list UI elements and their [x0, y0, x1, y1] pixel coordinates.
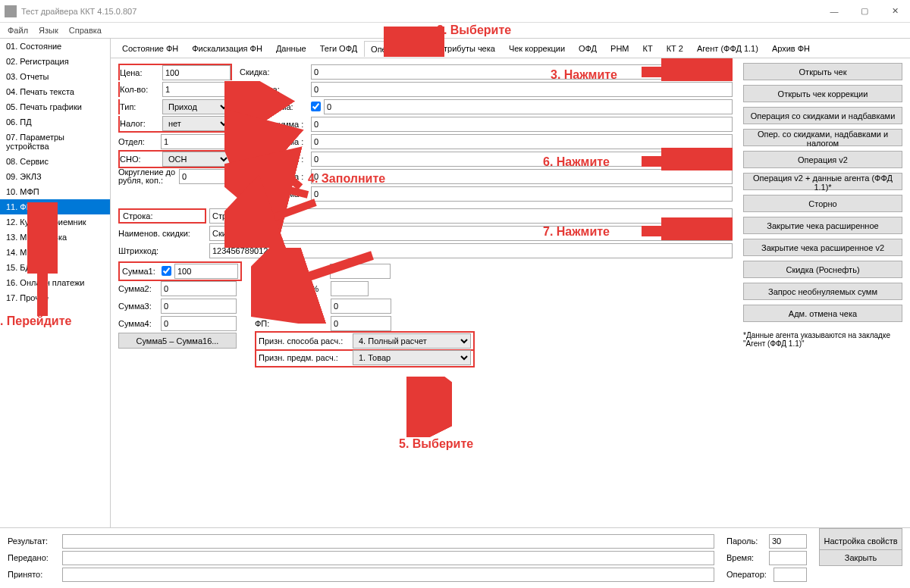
- string-input[interactable]: [209, 208, 733, 224]
- sidebar-item-08[interactable]: 08. Сервис: [0, 154, 110, 169]
- rosneft-discount-button[interactable]: Скидка (Роснефть): [743, 261, 902, 278]
- tab-kt[interactable]: КТ: [636, 40, 660, 56]
- titlebar: Тест драйвера ККТ 4.15.0.807 — ▢ ✕: [0, 0, 910, 23]
- pass-label: Пароль:: [726, 536, 764, 546]
- close-window-button[interactable]: ✕: [880, 0, 910, 23]
- sidebar-item-15[interactable]: 15. БД чеков: [0, 260, 110, 275]
- sidebar-item-17[interactable]: 17. Прочее: [0, 290, 110, 305]
- type-select[interactable]: Приход: [162, 99, 231, 114]
- discount-label: Скидка:: [240, 67, 311, 77]
- menu-help[interactable]: Справка: [69, 26, 102, 35]
- surcharge-input[interactable]: [311, 82, 733, 97]
- tab-operations-fn[interactable]: Операции ФН: [364, 41, 431, 57]
- close-check-ext-button[interactable]: Закрытие чека расширенное: [743, 217, 902, 234]
- taxsum-check[interactable]: [311, 102, 321, 111]
- tab-rnm[interactable]: РНМ: [604, 40, 635, 56]
- round-input[interactable]: [179, 169, 229, 184]
- nonzero-sums-button[interactable]: Запрос необнуляемых сумм: [743, 283, 902, 300]
- sidebar-item-12[interactable]: 12. Купюроприемник: [0, 214, 110, 230]
- tax6-input[interactable]: [311, 186, 733, 202]
- pass-input[interactable]: [769, 534, 807, 549]
- sidebar-item-16[interactable]: 16. Онлайн платежи: [0, 275, 110, 290]
- tax2-input[interactable]: [311, 117, 733, 132]
- operation-v2-agent-button[interactable]: Операция v2 + данные агента (ФФД 1.1)*: [743, 173, 902, 190]
- tax4-input[interactable]: [311, 152, 733, 167]
- op-disc-surch-tax-button[interactable]: Опер. со скидками, надбавками и налогом: [743, 129, 902, 146]
- tab-ofd-tags[interactable]: Теги ОФД: [313, 40, 364, 56]
- barcode-input[interactable]: [209, 243, 733, 258]
- sidebar-item-10[interactable]: 10. МФП: [0, 184, 110, 199]
- sidebar-item-01[interactable]: 01. Состояние: [0, 39, 110, 54]
- minimize-button[interactable]: —: [819, 0, 849, 23]
- change-label: Сдача:: [254, 267, 330, 276]
- tax5-input[interactable]: [311, 169, 733, 184]
- change-input[interactable]: [330, 264, 391, 279]
- sidebar-item-07[interactable]: 07. Параметры устройства: [0, 130, 110, 154]
- sidebar-item-14[interactable]: 14. Модем: [0, 245, 110, 260]
- operation-v2-button[interactable]: Операция v2: [743, 151, 902, 168]
- tab-attributes[interactable]: Атрибуты чека: [431, 40, 502, 56]
- dept-label: Отдел:: [118, 137, 161, 146]
- result-input[interactable]: [62, 534, 714, 549]
- string-label: Строка:: [118, 208, 206, 224]
- sidebar-item-13[interactable]: 13. Маркировка: [0, 230, 110, 245]
- tab-archive[interactable]: Архив ФН: [765, 40, 817, 56]
- close-check-ext-v2-button[interactable]: Закрытие чека расширенное v2: [743, 239, 902, 256]
- paymethod-select[interactable]: 4. Полный расчет: [353, 333, 471, 349]
- sidebar-item-06[interactable]: 06. ПД: [0, 114, 110, 130]
- sidebar-item-02[interactable]: 02. Регистрация: [0, 54, 110, 69]
- dept-input[interactable]: [161, 134, 229, 149]
- tab-data[interactable]: Данные: [269, 40, 313, 56]
- sum3-label: Сумма3:: [118, 302, 161, 311]
- checkdisc-input[interactable]: [331, 281, 369, 296]
- svg-line-8: [414, 384, 437, 430]
- storno-button[interactable]: Сторно: [743, 195, 902, 212]
- taxsum-input[interactable]: [324, 99, 733, 114]
- tab-fiscal-fn[interactable]: Фискализация ФН: [185, 40, 269, 56]
- sum4-label: Сумма4:: [118, 319, 161, 328]
- open-check-button[interactable]: Открыть чек: [743, 63, 902, 80]
- fd-input[interactable]: [331, 299, 391, 314]
- close-button[interactable]: Закрыть: [819, 549, 902, 566]
- menu-file[interactable]: Файл: [8, 26, 28, 35]
- sum1-check[interactable]: [162, 266, 171, 276]
- sum4-input[interactable]: [161, 316, 237, 331]
- open-correction-button[interactable]: Открыть чек коррекции: [743, 85, 902, 102]
- tax-select[interactable]: нет: [162, 116, 231, 131]
- sidebar-item-03[interactable]: 03. Отчеты: [0, 69, 110, 84]
- tax3-input[interactable]: [311, 134, 733, 149]
- sum3-input[interactable]: [161, 299, 237, 314]
- maximize-button[interactable]: ▢: [849, 0, 880, 23]
- oper-label: Оператор:: [726, 570, 769, 579]
- price-label: Цена:: [120, 68, 162, 77]
- tab-agent[interactable]: Агент (ФФД 1.1): [690, 40, 765, 56]
- discount-input[interactable]: [311, 64, 733, 80]
- sum1-input[interactable]: [174, 264, 238, 279]
- sno-select[interactable]: ОСН: [162, 152, 231, 167]
- fp-input[interactable]: [331, 316, 391, 331]
- discname-input[interactable]: [209, 226, 733, 241]
- sidebar-item-05[interactable]: 05. Печать графики: [0, 99, 110, 114]
- op-disc-surch-button[interactable]: Операция со скидками и надбавками: [743, 107, 902, 124]
- menu-lang[interactable]: Язык: [39, 26, 58, 35]
- admin-cancel-button[interactable]: Адм. отмена чека: [743, 305, 902, 322]
- sidebar-item-11[interactable]: 11. ФН: [0, 199, 110, 214]
- sidebar-item-04[interactable]: 04. Печать текста: [0, 84, 110, 99]
- tab-correction[interactable]: Чек коррекции: [502, 40, 572, 56]
- price-input[interactable]: [162, 65, 231, 80]
- tab-ofd[interactable]: ОФД: [572, 40, 604, 56]
- tab-state-fn[interactable]: Состояние ФН: [115, 40, 185, 56]
- time-input[interactable]: [769, 551, 807, 565]
- sidebar-item-09[interactable]: 09. ЭКЛЗ: [0, 169, 110, 184]
- sent-input[interactable]: [62, 551, 714, 565]
- app-icon: [5, 5, 17, 17]
- qty-input[interactable]: [162, 82, 231, 97]
- paysubj-select[interactable]: 1. Товар: [353, 350, 471, 365]
- fp-label: ФП:: [255, 319, 331, 328]
- tab-kt2[interactable]: КТ 2: [660, 40, 690, 56]
- sum2-input[interactable]: [161, 281, 237, 296]
- sent-label: Передано:: [8, 553, 58, 562]
- recv-input[interactable]: [62, 568, 714, 582]
- sum5-16-button[interactable]: Сумма5 – Сумма16...: [118, 333, 237, 349]
- oper-input[interactable]: [774, 568, 807, 582]
